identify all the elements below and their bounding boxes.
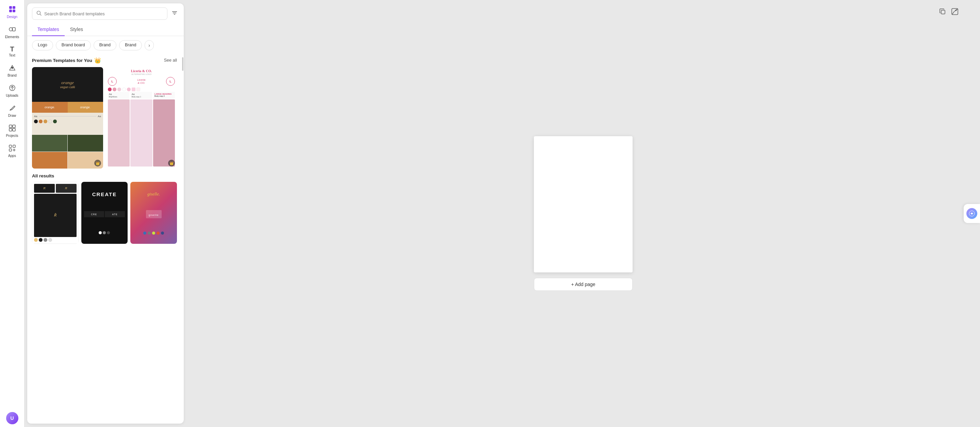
template-card-orange[interactable]: orange vegan café orange. orange.: [32, 67, 103, 169]
canvas-toolbar: [938, 7, 959, 18]
sidebar-item-label-brand: Brand: [8, 73, 17, 77]
uploads-icon: [8, 84, 16, 92]
chip-brand2[interactable]: Brand: [119, 40, 142, 50]
sidebar-item-apps[interactable]: Apps: [2, 142, 22, 160]
svg-rect-11: [13, 128, 15, 131]
sidebar-item-label-uploads: Uploads: [6, 94, 18, 97]
search-area: [27, 3, 184, 20]
tab-templates[interactable]: Templates: [32, 23, 65, 36]
sidebar-item-label-draw: Draw: [8, 114, 16, 118]
svg-rect-13: [13, 145, 15, 147]
chip-brand[interactable]: Brand: [94, 40, 116, 50]
svg-rect-10: [9, 128, 12, 131]
elements-icon: [8, 25, 16, 34]
svg-rect-22: [941, 10, 945, 14]
sidebar-item-label-apps: Apps: [8, 154, 16, 158]
sidebar-item-label-text: Text: [9, 53, 15, 57]
svg-rect-12: [9, 145, 11, 147]
sidebar-item-label-projects: Projects: [6, 134, 18, 137]
brand-icon: [8, 64, 16, 73]
giselle-text: giselle.: [147, 191, 160, 197]
tab-styles[interactable]: Styles: [65, 23, 89, 36]
ai-assistant-button[interactable]: [964, 204, 980, 223]
filter-button[interactable]: [170, 8, 179, 19]
share-button[interactable]: [950, 7, 959, 18]
svg-rect-14: [9, 149, 11, 151]
sidebar-item-projects[interactable]: Projects: [2, 121, 22, 140]
orange-brand-name: orange: [61, 80, 74, 86]
premium-section-header: Premium Templates for You 👑 See all: [32, 57, 177, 64]
template-card-create[interactable]: CREATE CRE ATE: [81, 182, 128, 244]
ai-icon: [966, 208, 977, 219]
svg-rect-3: [13, 10, 15, 12]
see-all-link[interactable]: See all: [164, 58, 177, 63]
sidebar-item-label-elements: Elements: [5, 35, 19, 39]
text-icon: T: [10, 46, 14, 53]
chip-more[interactable]: ›: [145, 40, 154, 50]
template-card-giselle[interactable]: giselle. giselle: [130, 182, 177, 244]
sidebar: Design Elements T Text Brand: [0, 0, 24, 427]
sidebar-item-brand[interactable]: Brand: [2, 61, 22, 80]
sidebar-item-design[interactable]: Design: [2, 3, 22, 21]
search-box[interactable]: [32, 8, 167, 20]
svg-rect-0: [9, 6, 12, 9]
copy-button[interactable]: [938, 7, 947, 18]
filter-chips: Logo Brand board Brand Brand ›: [27, 36, 184, 53]
svg-rect-1: [13, 6, 15, 9]
chip-brand-board[interactable]: Brand board: [56, 40, 91, 50]
sidebar-item-draw[interactable]: Draw: [2, 102, 22, 120]
crown-icon: 👑: [94, 57, 101, 64]
search-input[interactable]: [44, 11, 163, 16]
sidebar-item-text[interactable]: T Text: [2, 43, 22, 60]
template-card-pink[interactable]: Liceria & CO. ALTERNATIVE LOGO L Liceria…: [106, 67, 177, 169]
sidebar-item-elements[interactable]: Elements: [2, 23, 22, 41]
all-results-grid: R R R̃: [32, 182, 177, 244]
premium-section-title: Premium Templates for You 👑: [32, 57, 101, 64]
all-results-title: All results: [32, 173, 54, 178]
design-icon: [8, 5, 16, 14]
draw-icon: [8, 104, 16, 113]
search-icon: [37, 11, 41, 17]
premium-badge-orange: 👑: [94, 160, 101, 167]
orange-tagline: vegan café: [60, 86, 75, 89]
scroll-rail[interactable]: [182, 53, 184, 424]
sidebar-bottom: U: [6, 412, 18, 424]
scroll-thumb[interactable]: [182, 57, 183, 71]
premium-template-grid: orange vegan café orange. orange.: [32, 67, 177, 169]
chip-logo[interactable]: Logo: [32, 40, 53, 50]
tabs: Templates Styles: [27, 23, 184, 36]
main-canvas-area: + Add page: [186, 0, 980, 427]
add-page-button[interactable]: + Add page: [534, 278, 633, 291]
svg-point-6: [11, 67, 13, 69]
svg-line-18: [40, 14, 41, 16]
premium-badge-pink: 👑: [168, 160, 175, 167]
template-card-rh[interactable]: R R R̃: [32, 182, 79, 244]
all-results-header: All results: [32, 173, 177, 178]
sidebar-item-uploads[interactable]: Uploads: [2, 81, 22, 100]
apps-icon: [8, 144, 16, 153]
svg-rect-9: [13, 125, 15, 128]
panel-content: Premium Templates for You 👑 See all oran…: [27, 53, 182, 424]
user-avatar[interactable]: U: [6, 412, 18, 424]
projects-icon: [8, 124, 16, 133]
svg-rect-8: [9, 125, 12, 128]
sidebar-item-label-design: Design: [7, 15, 18, 19]
svg-rect-2: [9, 10, 12, 12]
canvas-page: [534, 136, 633, 272]
create-text: CREATE: [92, 191, 117, 197]
svg-point-25: [971, 213, 973, 215]
templates-panel: Templates Styles Logo Brand board Brand …: [27, 3, 184, 424]
